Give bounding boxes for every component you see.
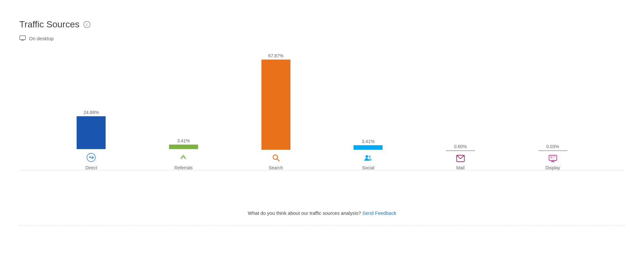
- bar-label-search: Search: [269, 165, 283, 170]
- bar-group-referrals[interactable]: 3.41%Referrals: [169, 138, 198, 170]
- svg-rect-15: [553, 158, 554, 158]
- bar-group-direct[interactable]: 24.68%Direct: [77, 110, 106, 170]
- svg-point-4: [89, 157, 90, 158]
- display-icon: [549, 155, 557, 164]
- direct-icon: [87, 153, 96, 164]
- svg-rect-13: [550, 156, 552, 158]
- social-icon: [364, 154, 373, 164]
- bar-label-social: Social: [362, 165, 374, 170]
- bar-label-direct: Direct: [85, 165, 97, 170]
- bar-icon-label-mail: Mail: [456, 155, 465, 170]
- mail-icon: [456, 155, 465, 164]
- subtitle-text: On desktop: [29, 36, 54, 41]
- svg-rect-10: [549, 155, 557, 160]
- bars-row: 24.68%Direct3.41%Referrals67.87%Search3.…: [19, 53, 625, 170]
- page-title: Traffic Sources: [19, 19, 80, 30]
- bar-value-search: 67.87%: [268, 53, 283, 58]
- bar-rect-direct[interactable]: [77, 116, 106, 149]
- chart-area: 24.68%Direct3.41%Referrals67.87%Search3.…: [19, 61, 625, 196]
- bar-label-referrals: Referrals: [175, 165, 193, 170]
- svg-line-6: [277, 159, 279, 161]
- bar-value-direct: 24.68%: [84, 110, 99, 115]
- send-feedback-link[interactable]: Send Feedback: [362, 210, 396, 216]
- bar-icon-label-display: Display: [545, 155, 560, 170]
- bar-group-social[interactable]: 3.41%Social: [354, 139, 383, 170]
- referrals-icon: [179, 153, 188, 164]
- svg-rect-14: [553, 156, 555, 157]
- bar-value-display: 0.03%: [546, 144, 559, 149]
- bar-label-display: Display: [545, 165, 560, 170]
- bar-icon-label-search: Search: [269, 154, 283, 170]
- bar-label-mail: Mail: [456, 165, 465, 170]
- bar-rect-mail[interactable]: [446, 150, 475, 151]
- bar-group-mail[interactable]: 0.60%Mail: [446, 144, 475, 170]
- svg-rect-0: [20, 36, 25, 40]
- title-row: Traffic Sources i: [19, 19, 625, 30]
- bar-group-display[interactable]: 0.03%Display: [538, 144, 567, 170]
- bar-icon-label-direct: Direct: [85, 153, 97, 170]
- bar-rect-search[interactable]: [261, 60, 290, 150]
- bar-rect-display[interactable]: [538, 150, 567, 151]
- bar-icon-label-social: Social: [362, 154, 374, 170]
- info-icon[interactable]: i: [83, 21, 90, 28]
- bar-rect-social[interactable]: [354, 145, 383, 150]
- bar-value-social: 3.41%: [362, 139, 374, 144]
- bottom-divider: [19, 225, 625, 226]
- bar-rect-referrals[interactable]: [169, 145, 198, 149]
- subtitle-row: On desktop: [19, 35, 625, 42]
- search-icon: [272, 154, 280, 164]
- feedback-row: What do you think about our traffic sour…: [19, 203, 625, 216]
- bar-icon-label-referrals: Referrals: [175, 153, 193, 170]
- svg-point-8: [369, 156, 371, 157]
- svg-point-7: [365, 155, 368, 158]
- page-container: Traffic Sources i On desktop 24.68%Direc…: [0, 0, 644, 239]
- bar-group-search[interactable]: 67.87%Search: [261, 53, 290, 170]
- desktop-icon: [19, 35, 26, 42]
- bar-value-referrals: 3.41%: [177, 138, 190, 143]
- feedback-text: What do you think about our traffic sour…: [248, 210, 361, 216]
- bar-value-mail: 0.60%: [454, 144, 467, 149]
